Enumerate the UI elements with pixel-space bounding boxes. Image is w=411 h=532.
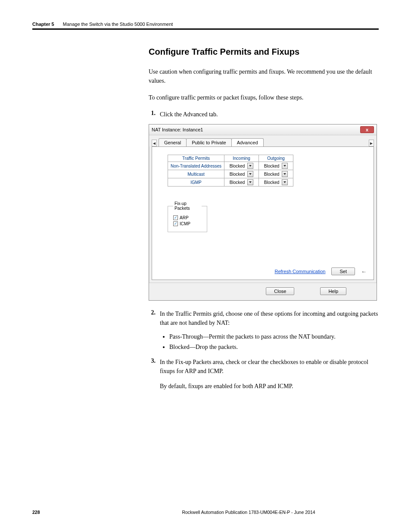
outgoing-cell[interactable]: Blocked [259, 162, 293, 170]
page-header: Chapter 5 Manage the Switch via the Stud… [32, 22, 379, 28]
header-rule [32, 28, 379, 30]
arp-label: ARP [180, 215, 189, 220]
chapter-title: Manage the Switch via the Studio 5000 En… [63, 22, 173, 27]
step-1: 1. Click the Advanced tab. [149, 110, 379, 119]
checkbox-arp[interactable]: ✓ [173, 215, 178, 220]
traffic-permits-table: Traffic Permits Incoming Outgoing Non-Tr… [168, 155, 293, 187]
step-number: 1. [149, 110, 160, 119]
step-number: 3. [149, 358, 160, 391]
chapter-label: Chapter 5 [32, 22, 54, 27]
bullet-blocked: Blocked—Drop the packets. [169, 342, 379, 352]
main-content: Configure Traffic Permits and Fixups Use… [149, 47, 379, 391]
chevron-down-icon[interactable] [282, 171, 288, 177]
chevron-down-icon[interactable] [282, 179, 288, 185]
incoming-cell[interactable]: Blocked [224, 162, 259, 170]
intro-paragraph-1: Use caution when configuring traffic per… [149, 67, 379, 85]
row-label: Non-Translated Addresses [168, 162, 224, 170]
tab-public-to-private[interactable]: Public to Private [186, 138, 231, 146]
close-icon[interactable]: x [360, 126, 374, 133]
checkbox-icmp[interactable]: ✓ [173, 221, 178, 226]
step-3-after: By default, fixups are enabled for both … [160, 382, 379, 391]
table-row: Non-Translated Addresses Blocked Blocked [168, 162, 293, 170]
step-3: 3. In the Fix-up Packets area, check or … [149, 358, 379, 391]
step-text: In the Traffic Permits grid, choose one … [160, 311, 378, 326]
tab-panel-advanced: Traffic Permits Incoming Outgoing Non-Tr… [152, 146, 374, 280]
fixup-packets-group: Fix-up Packets ✓ ARP ✓ ICMP [168, 201, 207, 232]
nat-instance-dialog: NAT Instance: Instance1 x ◄ General Publ… [149, 124, 377, 301]
bullet-pass-through: Pass-Through—Permit the packets to pass … [169, 332, 379, 342]
close-button[interactable]: Close [266, 287, 294, 295]
icmp-label: ICMP [180, 221, 190, 226]
set-button[interactable]: Set [331, 268, 355, 275]
chevron-down-icon[interactable] [247, 163, 253, 169]
chevron-down-icon[interactable] [247, 179, 253, 185]
dialog-titlebar: NAT Instance: Instance1 x [149, 124, 377, 135]
publication-id: Rockwell Automation Publication 1783-UM0… [118, 510, 379, 515]
col-outgoing: Outgoing [259, 155, 293, 162]
dialog-footer: Close Help [149, 283, 377, 300]
chevron-down-icon[interactable] [282, 163, 288, 169]
row-label: Multicast [168, 170, 224, 178]
section-heading: Configure Traffic Permits and Fixups [149, 47, 379, 57]
tab-advanced[interactable]: Advanced [231, 138, 264, 147]
step-number: 2. [149, 309, 160, 352]
arp-checkbox-row[interactable]: ✓ ARP [173, 215, 202, 220]
action-row: Refresh Communication Set ← [274, 268, 367, 275]
incoming-cell[interactable]: Blocked [224, 170, 259, 178]
steps-list-continued: 2. In the Traffic Permits grid, choose o… [149, 309, 379, 391]
help-button[interactable]: Help [320, 287, 346, 295]
row-label: IGMP [168, 178, 224, 187]
table-row: Multicast Blocked Blocked [168, 170, 293, 178]
tab-general[interactable]: General [159, 138, 187, 146]
dialog-title: NAT Instance: Instance1 [152, 127, 203, 132]
chevron-down-icon[interactable] [247, 171, 253, 177]
fixup-legend: Fix-up Packets [173, 201, 202, 211]
refresh-communication-link[interactable]: Refresh Communication [274, 269, 325, 274]
tab-scroll-right-icon[interactable]: ► [369, 140, 374, 146]
intro-paragraph-2: To configure traffic permits or packet f… [149, 93, 379, 102]
step-text: In the Fix-up Packets area, check or cle… [160, 358, 379, 376]
tab-scroll-left-icon[interactable]: ◄ [152, 140, 157, 146]
step-body: In the Fix-up Packets area, check or cle… [160, 358, 379, 391]
tab-strip: ◄ General Public to Private Advanced ► [149, 135, 377, 146]
step-text: Click the Advanced tab. [160, 110, 218, 119]
step-body: In the Traffic Permits grid, choose one … [160, 309, 379, 352]
table-row: IGMP Blocked Blocked [168, 178, 293, 187]
page-number: 228 [32, 510, 118, 515]
icmp-checkbox-row[interactable]: ✓ ICMP [173, 221, 202, 226]
back-arrow-icon[interactable]: ← [361, 268, 367, 275]
incoming-cell[interactable]: Blocked [224, 178, 259, 187]
outgoing-cell[interactable]: Blocked [259, 170, 293, 178]
page-footer: 228 Rockwell Automation Publication 1783… [32, 510, 379, 515]
step-2: 2. In the Traffic Permits grid, choose o… [149, 309, 379, 352]
step-2-bullets: Pass-Through—Permit the packets to pass … [169, 332, 379, 352]
outgoing-cell[interactable]: Blocked [259, 178, 293, 187]
steps-list: 1. Click the Advanced tab. [149, 110, 379, 119]
col-traffic-permits: Traffic Permits [168, 155, 224, 162]
col-incoming: Incoming [224, 155, 259, 162]
